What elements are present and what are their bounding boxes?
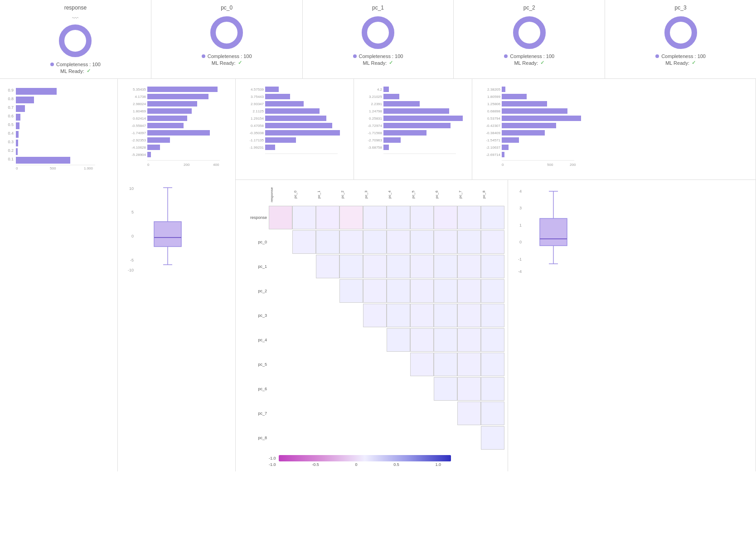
hist-response-svg: 0.9 0.8 0.7 0.6 0.5 0.4 0.3 0.2 0.1 <box>5 83 104 170</box>
corr-cell-r-3 <box>363 206 387 229</box>
svg-rect-93 <box>383 108 449 114</box>
main-content: 0.9 0.8 0.7 0.6 0.5 0.4 0.3 0.2 0.1 <box>0 79 756 471</box>
legend-label-zero: 0 <box>355 462 357 467</box>
corr-cell-3-8 <box>481 304 504 327</box>
svg-rect-97 <box>383 123 451 128</box>
completeness-label: Completeness : 100 <box>56 62 101 67</box>
svg-text:0.68898: 0.68898 <box>487 109 500 113</box>
corr-cell-3-4 <box>387 304 410 327</box>
ml-ready-check: ✓ <box>87 68 91 74</box>
svg-rect-63 <box>154 222 181 247</box>
corr-row-pc0: pc_0 <box>240 230 505 254</box>
panel-title-pc1: pc_1 <box>372 5 384 11</box>
corr-header-pc8: pc_8 <box>482 184 505 205</box>
corr-cell-6-8 <box>481 377 504 401</box>
corr-row-label-response: response <box>240 215 269 220</box>
corr-cell-4-6 <box>434 328 457 352</box>
svg-rect-39 <box>147 108 192 114</box>
corr-cell-0-1 <box>316 230 339 254</box>
ml-ready-text: ML Ready: <box>212 60 236 66</box>
corr-row-pc6: pc_6 <box>240 377 505 401</box>
corr-row-pc2: pc_2 <box>240 279 505 303</box>
legend-label-min: -1.0 <box>269 462 276 467</box>
svg-text:3: 3 <box>519 206 522 210</box>
corr-header-pc1: pc_1 <box>317 184 340 205</box>
corr-row-label-pc1: pc_1 <box>240 264 269 269</box>
corr-row-pc5: pc_5 <box>240 353 505 376</box>
lower-middle: response pc_0 pc_1 pc_2 pc_3 pc_4 pc_5 p… <box>236 180 756 471</box>
corr-header-pc0: pc_0 <box>293 184 317 205</box>
svg-text:2.38205: 2.38205 <box>487 87 500 92</box>
corr-cell-2-3 <box>363 279 387 303</box>
corr-cell-8-spacer <box>269 426 481 450</box>
svg-rect-68 <box>265 87 279 92</box>
svg-rect-103 <box>383 145 389 150</box>
svg-text:-0.38409: -0.38409 <box>486 131 500 135</box>
corr-cell-4-8 <box>481 328 504 352</box>
corr-cell-r-2 <box>339 206 363 229</box>
corr-cell-2-6 <box>434 279 457 303</box>
hist-response: 0.9 0.8 0.7 0.6 0.5 0.4 0.3 0.2 0.1 <box>0 79 117 179</box>
corr-header-pc3: pc_3 <box>364 184 388 205</box>
svg-text:0.4: 0.4 <box>8 131 14 136</box>
panel-pc0: pc_0 Completeness : 100 ML Ready: ✓ <box>151 0 303 78</box>
svg-point-5 <box>364 19 392 46</box>
corr-cell-1-8 <box>481 255 504 278</box>
ml-ready-text: ML Ready: <box>665 60 689 66</box>
svg-text:0.8: 0.8 <box>8 97 14 101</box>
corr-row-label-pc8: pc_8 <box>240 436 269 440</box>
svg-text:0.62414: 0.62414 <box>133 116 146 121</box>
svg-text:-2.92353: -2.92353 <box>131 138 146 142</box>
corr-cell-r-r <box>269 206 292 229</box>
panel-title-response: response <box>64 5 87 11</box>
corr-cell-1-7 <box>457 255 481 278</box>
completeness-pc1: Completeness : 100 <box>353 53 403 59</box>
boxplot-pc3-svg: 4 3 1 0 -1 -4 <box>513 184 594 280</box>
svg-text:4.2: 4.2 <box>377 87 383 92</box>
svg-text:0.53794: 0.53794 <box>487 116 500 121</box>
svg-text:-2.69714: -2.69714 <box>486 153 500 157</box>
corr-cell-3-3 <box>363 304 387 327</box>
corr-cell-r-1 <box>316 206 339 229</box>
svg-text:2.2391: 2.2391 <box>371 102 383 106</box>
corr-cell-7-spacer <box>269 402 457 425</box>
svg-text:0.25831: 0.25831 <box>369 116 382 121</box>
corr-cell-1-4 <box>387 255 410 278</box>
svg-text:2.98024: 2.98024 <box>133 102 146 106</box>
svg-text:-4: -4 <box>518 269 522 274</box>
corr-cell-0-6 <box>434 230 457 254</box>
svg-rect-35 <box>147 94 208 99</box>
top-panels: response 〰 Completeness : 100 ML Ready: … <box>0 0 756 79</box>
svg-text:-0.42307: -0.42307 <box>486 124 500 128</box>
svg-rect-101 <box>383 137 401 143</box>
corr-cell-7-8 <box>481 402 504 425</box>
svg-text:-1.74097: -1.74097 <box>131 131 146 135</box>
svg-text:-1.71568: -1.71568 <box>368 131 382 135</box>
svg-rect-112 <box>502 108 567 114</box>
svg-rect-80 <box>265 130 340 136</box>
completeness-label: Completeness : 100 <box>661 53 706 59</box>
svg-text:0: 0 <box>147 163 150 167</box>
svg-text:-4.10628: -4.10628 <box>131 145 146 150</box>
svg-rect-99 <box>383 130 426 136</box>
svg-rect-82 <box>265 137 296 143</box>
legend-label-pos: 0.5 <box>393 462 399 467</box>
ml-ready-check: ✓ <box>238 60 242 66</box>
svg-text:4.57539: 4.57539 <box>251 87 264 92</box>
svg-point-3 <box>213 19 240 46</box>
svg-text:500: 500 <box>547 163 553 167</box>
svg-text:4.1736: 4.1736 <box>135 95 146 99</box>
ml-ready-check: ✓ <box>692 60 696 66</box>
svg-rect-89 <box>383 94 399 99</box>
corr-cell-2-4 <box>387 279 410 303</box>
svg-text:-2.10637: -2.10637 <box>486 145 500 150</box>
svg-rect-74 <box>265 108 320 114</box>
svg-text:200: 200 <box>184 163 190 167</box>
svg-rect-70 <box>265 94 290 99</box>
ml-ready-text: ML Ready: <box>514 60 538 66</box>
corr-cell-0-4 <box>387 230 410 254</box>
svg-text:500: 500 <box>50 166 56 170</box>
svg-text:0: 0 <box>502 163 504 167</box>
donut-pc1 <box>360 15 396 51</box>
svg-text:-0.55847: -0.55847 <box>131 124 146 128</box>
